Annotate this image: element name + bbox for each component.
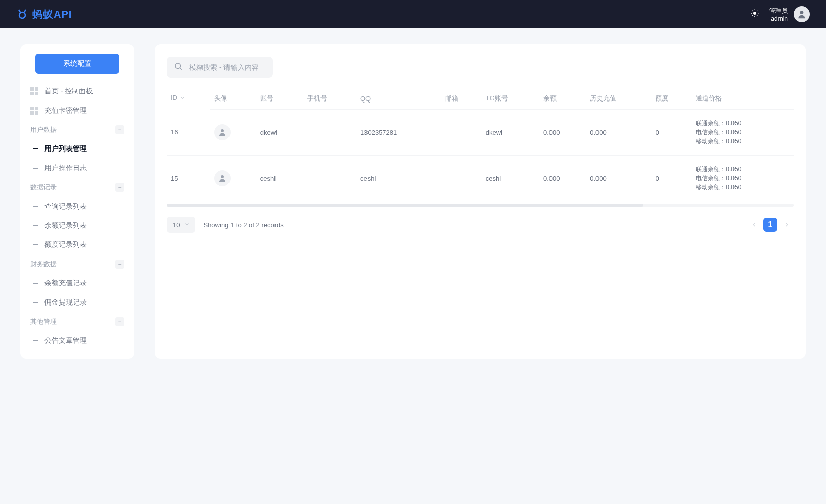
nav-group-data-records[interactable]: 数据记录 − [27,178,127,197]
cell-account: dkewl [256,110,304,156]
page-size-value: 10 [173,221,180,229]
nav-label: 额度记录列表 [44,240,87,249]
collapse-icon: − [115,125,124,134]
col-avatar: 头像 [210,88,256,110]
table-header-row: ID 头像 账号 手机号 QQ 邮箱 TG账号 余额 历史充值 额度 通道价格 [167,88,794,110]
theme-toggle-icon[interactable] [750,9,759,20]
cell-history: 0.000 [586,156,651,201]
col-phone: 手机号 [303,88,356,110]
logo: 蚂蚁API [16,8,72,21]
chevron-left-icon [751,221,758,228]
col-history: 历史充值 [586,88,651,110]
cell-qq: 1302357281 [356,110,441,156]
dash-icon [33,148,38,149]
cell-email [441,110,482,156]
page-next[interactable] [779,218,794,232]
nav-label: 佣金提现记录 [44,298,87,307]
dash-icon [33,225,38,226]
nav-card-management[interactable]: 充值卡密管理 [27,101,127,120]
chevron-down-icon [179,95,186,101]
cell-balance: 0.000 [539,110,586,156]
col-email: 邮箱 [441,88,482,110]
dash-icon [33,244,38,245]
footer-left: 10 Showing 1 to 2 of 2 records [167,217,284,233]
nav-balance-records[interactable]: 余额记录列表 [27,216,127,235]
cell-avatar [210,156,256,201]
svg-rect-9 [30,111,34,115]
system-config-button[interactable]: 系统配置 [35,54,119,74]
cell-balance: 0.000 [539,156,586,201]
cell-phone [303,110,356,156]
collapse-icon: − [115,260,124,269]
nav-label: 充值卡密管理 [44,106,87,115]
chevron-down-icon [184,221,190,229]
nav-dashboard[interactable]: 首页 - 控制面板 [27,82,127,101]
nav-announcement[interactable]: 公告文章管理 [27,331,127,350]
table-row[interactable]: 16 dkewl 1302357281 dkewl 0.000 0.000 0 … [167,110,794,156]
cell-account: ceshi [256,156,304,201]
grid-icon [30,87,38,95]
cell-email [441,156,482,201]
pagination: 1 [747,218,794,232]
svg-rect-3 [30,87,34,91]
search-wrap [167,57,273,78]
svg-rect-6 [35,92,38,95]
svg-point-13 [221,175,224,178]
records-text: Showing 1 to 2 of 2 records [203,221,283,229]
nav-user-list[interactable]: 用户列表管理 [27,139,127,159]
cell-quota: 0 [651,156,692,201]
dash-icon [33,206,38,207]
dash-icon [33,340,38,341]
cell-id: 15 [167,156,210,201]
nav-group-label: 用户数据 [30,125,57,134]
nav-group-user-data[interactable]: 用户数据 − [27,120,127,139]
nav-user-log[interactable]: 用户操作日志 [27,159,127,178]
nav-label: 用户操作日志 [44,164,87,173]
nav-recharge-records[interactable]: 余额充值记录 [27,274,127,293]
nav-group-finance[interactable]: 财务数据 − [27,255,127,274]
svg-point-11 [175,63,181,69]
svg-rect-4 [35,87,38,91]
col-quota: 额度 [651,88,692,110]
logo-text: 蚂蚁API [32,8,72,21]
cell-id: 16 [167,110,210,156]
scrollbar-thumb[interactable] [167,204,643,207]
dash-icon [33,283,38,284]
svg-rect-7 [30,107,34,110]
nav-group-label: 财务数据 [30,260,57,269]
nav-group-label: 数据记录 [30,183,57,192]
nav-query-records[interactable]: 查询记录列表 [27,197,127,216]
user-name: admin [769,15,788,22]
nav-label: 余额记录列表 [44,221,87,230]
col-id[interactable]: ID [167,88,210,108]
table-wrap: ID 头像 账号 手机号 QQ 邮箱 TG账号 余额 历史充值 额度 通道价格 … [167,88,794,207]
nav-commission-records[interactable]: 佣金提现记录 [27,293,127,312]
svg-rect-5 [30,92,34,95]
avatar [214,124,231,140]
sidebar: 系统配置 首页 - 控制面板 充值卡密管理 用户数据 − 用户列表管理 用户操作… [20,44,134,359]
page-size-select[interactable]: 10 [167,217,195,233]
nav-label: 用户列表管理 [44,144,87,154]
nav-label: 首页 - 控制面板 [44,87,93,96]
avatar [214,170,231,186]
col-account: 账号 [256,88,304,110]
collapse-icon: − [115,183,124,192]
table-row[interactable]: 15 ceshi ceshi ceshi 0.000 0.000 0 联通余额：… [167,156,794,201]
dash-icon [33,302,38,303]
svg-point-12 [221,129,224,132]
user-role: 管理员 [769,7,788,15]
svg-rect-8 [35,107,38,110]
nav-group-other[interactable]: 其他管理 − [27,312,127,331]
cell-history: 0.000 [586,110,651,156]
cell-tg: dkewl [482,110,539,156]
chevron-right-icon [783,221,790,228]
user-info[interactable]: 管理员 admin [769,6,810,22]
cell-avatar [210,110,256,156]
svg-point-0 [19,12,25,18]
nav-quota-records[interactable]: 额度记录列表 [27,235,127,255]
grid-icon [30,107,38,115]
horizontal-scrollbar[interactable] [167,204,794,207]
page-1[interactable]: 1 [763,218,777,232]
col-qq: QQ [356,88,441,110]
page-prev[interactable] [747,218,761,232]
